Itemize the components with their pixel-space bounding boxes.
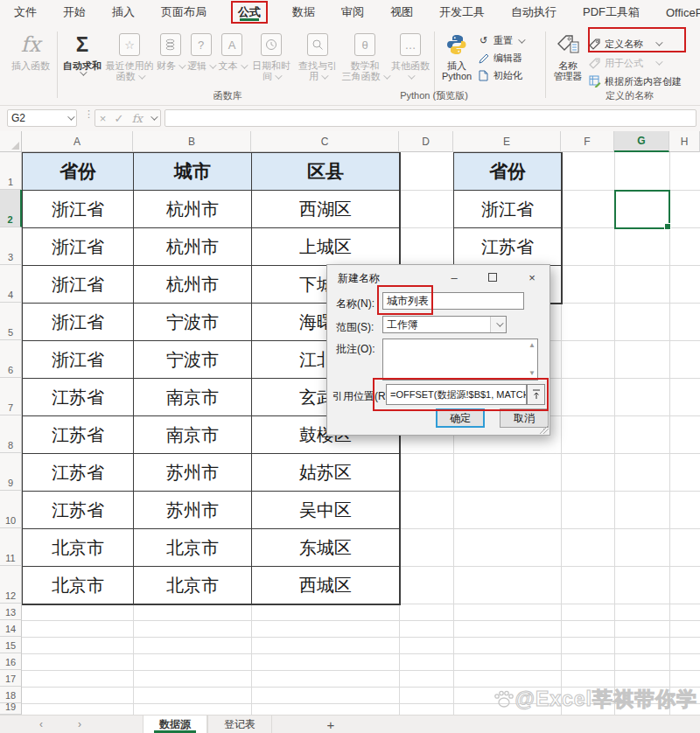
formula-input[interactable] — [164, 109, 696, 127]
table-cell[interactable]: 姑苏区 — [252, 454, 400, 492]
table-cell[interactable]: 吴中区 — [252, 492, 400, 529]
logical-button[interactable]: ? 逻辑 — [186, 30, 216, 71]
refers-input[interactable]: =OFFSET(数据源!$B$1, MATCH( — [386, 384, 527, 405]
menu-tab-文件[interactable]: 文件 — [12, 1, 38, 24]
row-header-1[interactable]: 1 — [0, 152, 22, 190]
table-cell[interactable]: 上城区 — [252, 228, 400, 266]
row-header-9[interactable]: 9 — [0, 453, 22, 491]
row-header-13[interactable]: 13 — [0, 604, 22, 620]
new-sheet-button[interactable]: + — [318, 716, 344, 733]
table-cell[interactable]: 宁波市 — [134, 304, 252, 341]
table-cell[interactable]: 浙江省 — [23, 266, 134, 304]
table-cell[interactable]: 北京市 — [23, 529, 134, 567]
row-header-16[interactable]: 16 — [0, 653, 22, 670]
row-header-11[interactable]: 11 — [0, 528, 22, 566]
table-cell[interactable]: 杭州市 — [134, 266, 252, 304]
maximize-button[interactable] — [480, 269, 506, 286]
row-header-7[interactable]: 7 — [0, 378, 22, 415]
menu-tab-页面布局[interactable]: 页面布局 — [159, 1, 208, 24]
table-header-cell[interactable]: 区县 — [252, 153, 400, 191]
table-header-cell[interactable]: 省份 — [454, 153, 562, 191]
menu-tab-开始[interactable]: 开始 — [61, 1, 88, 24]
editor-button[interactable]: 编辑器 — [476, 50, 542, 66]
table-cell[interactable]: 浙江省 — [23, 341, 134, 379]
table-cell[interactable]: 杭州市 — [134, 191, 252, 228]
table-cell[interactable]: 江苏省 — [23, 416, 134, 454]
column-header-C[interactable]: C — [251, 131, 399, 152]
use-in-formula-button[interactable]: 用于公式 — [587, 54, 700, 72]
ok-button[interactable]: 确定 — [436, 408, 485, 428]
recent-functions-button[interactable]: ☆ 最近使用的函数 — [104, 30, 155, 81]
comment-textarea[interactable]: ▲ ▼ — [382, 339, 538, 380]
menu-tab-数据[interactable]: 数据 — [290, 1, 317, 24]
reset-button[interactable]: ↺ 重置 — [476, 32, 542, 49]
table-cell[interactable]: 杭州市 — [134, 228, 252, 266]
column-header-A[interactable]: A — [22, 131, 133, 152]
row-header-8[interactable]: 8 — [0, 415, 22, 453]
table-cell[interactable]: 江苏省 — [23, 454, 134, 492]
row-header-10[interactable]: 10 — [0, 491, 22, 528]
resize-grip[interactable] — [539, 424, 549, 434]
table-cell[interactable]: 江苏省 — [23, 379, 134, 416]
menu-tab-OfficePLUS[interactable]: OfficePLUS — [664, 3, 700, 23]
column-header-F[interactable]: F — [561, 131, 614, 152]
column-header-D[interactable]: D — [399, 131, 453, 152]
initialize-button[interactable]: 初始化 — [476, 67, 542, 84]
menu-tab-自动执行[interactable]: 自动执行 — [509, 1, 558, 24]
name-input[interactable]: 城市列表 — [382, 292, 524, 310]
menu-tab-PDF工具箱[interactable]: PDF工具箱 — [581, 1, 641, 24]
close-button[interactable]: × — [519, 269, 545, 286]
row-header-3[interactable]: 3 — [0, 227, 22, 265]
table-cell[interactable]: 江苏省 — [454, 228, 562, 266]
define-name-button[interactable]: 定义名称 — [587, 34, 700, 53]
cancel-entry-icon[interactable]: × — [100, 112, 107, 125]
row-header-14[interactable]: 14 — [0, 620, 22, 637]
row-header-2[interactable]: 2 — [0, 190, 22, 227]
column-header-E[interactable]: E — [453, 131, 561, 152]
autosum-button[interactable]: Σ 自动求和 — [60, 30, 104, 76]
row-header-4[interactable]: 4 — [0, 265, 22, 303]
table-cell[interactable]: 浙江省 — [454, 191, 562, 228]
table-cell[interactable]: 西湖区 — [252, 191, 400, 228]
financial-button[interactable]: 财务 — [155, 30, 186, 71]
row-header-15[interactable]: 15 — [0, 637, 22, 653]
row-header-19[interactable]: 19 — [0, 703, 22, 715]
menu-tab-视图[interactable]: 视图 — [388, 1, 415, 24]
table-header-cell[interactable]: 城市 — [134, 153, 252, 191]
selected-cell-G2[interactable] — [614, 190, 670, 229]
table-cell[interactable]: 北京市 — [134, 529, 252, 567]
column-header-B[interactable]: B — [133, 131, 251, 152]
prev-sheet-arrow[interactable]: ‹ — [31, 716, 52, 733]
next-sheet-arrow[interactable]: › — [69, 716, 90, 733]
text-button[interactable]: A 文本 — [216, 30, 248, 71]
insert-function-button[interactable]: fx 插入函数 — [7, 30, 54, 71]
collapse-dialog-button[interactable] — [527, 384, 545, 405]
minimize-button[interactable]: – — [441, 269, 467, 286]
name-manager-button[interactable]: 名称管理器 — [549, 30, 587, 81]
confirm-entry-icon[interactable]: ✓ — [115, 112, 124, 125]
more-functions-button[interactable]: … 其他函数 — [389, 30, 431, 81]
select-all-corner[interactable] — [0, 131, 22, 152]
table-cell[interactable]: 西城区 — [252, 567, 400, 604]
row-header-6[interactable]: 6 — [0, 340, 22, 378]
sheet-tab-数据源[interactable]: 数据源 — [143, 716, 207, 733]
lookup-button[interactable]: 查找与引用 — [295, 30, 340, 81]
datetime-button[interactable]: 日期和时间 — [248, 30, 295, 81]
menu-tab-插入[interactable]: 插入 — [110, 1, 136, 24]
menu-tab-审阅[interactable]: 审阅 — [340, 1, 366, 24]
table-cell[interactable]: 苏州市 — [134, 454, 252, 492]
table-cell[interactable]: 北京市 — [134, 567, 252, 604]
name-box[interactable]: G2 — [7, 109, 77, 127]
table-cell[interactable]: 浙江省 — [23, 191, 134, 228]
menu-tab-开发工具[interactable]: 开发工具 — [438, 1, 486, 24]
row-header-17[interactable]: 17 — [0, 670, 22, 687]
column-header-H[interactable]: H — [669, 131, 700, 152]
row-header-5[interactable]: 5 — [0, 303, 22, 340]
table-cell[interactable]: 南京市 — [134, 416, 252, 454]
create-from-selection-button[interactable]: 根据所选内容创建 — [587, 73, 700, 90]
table-cell[interactable]: 东城区 — [252, 529, 400, 567]
table-cell[interactable]: 浙江省 — [23, 228, 134, 266]
table-cell[interactable]: 北京市 — [23, 567, 134, 604]
table-cell[interactable]: 南京市 — [134, 379, 252, 416]
table-cell[interactable]: 江苏省 — [23, 492, 134, 529]
